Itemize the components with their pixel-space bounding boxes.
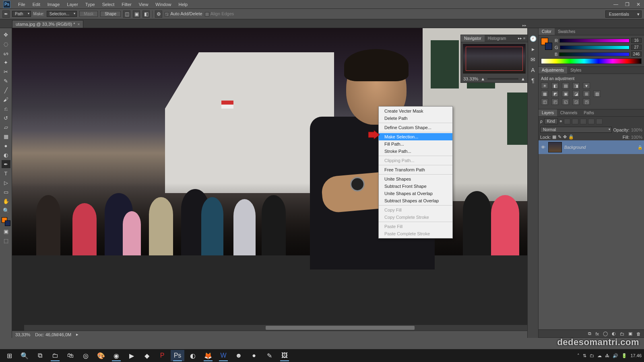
app-6-icon[interactable]: ☻ [232,350,246,361]
zoom-in-icon[interactable]: ▲ [521,76,525,81]
marquee-tool[interactable]: ◌ [2,40,10,48]
clock[interactable]: 17.46 [630,353,642,358]
pathop-3-icon[interactable]: ◧ [142,10,150,18]
shape-tool[interactable]: ▭ [2,188,10,196]
filter-shape-icon[interactable] [588,119,594,124]
fg-bg-swatch[interactable] [541,38,552,50]
ctx-unite-shapes-at-overlap[interactable]: Unite Shapes at Overlap [379,190,452,197]
layer-name[interactable]: Background [564,145,586,150]
new-layer-icon[interactable]: ▣ [628,331,632,336]
photoshop-icon[interactable]: Ps [171,350,184,361]
tab-color[interactable]: Color [539,28,555,35]
tray-icon-6[interactable]: 🔋 [621,353,627,358]
zoom-tool[interactable]: 🔍 [2,206,10,214]
status-arrow-icon[interactable]: ▸ [76,332,78,337]
tray-chevron-icon[interactable]: ˄ [577,353,580,358]
lock-pos-icon[interactable]: ✥ [563,134,567,140]
start-button[interactable]: ⊞ [2,350,16,361]
adjust-icon[interactable]: ◐ [612,331,616,336]
lasso-tool[interactable]: ᔕ [2,49,10,57]
tab-layers[interactable]: Layers [539,109,557,116]
screenmode-tool[interactable]: ⬚ [2,237,10,245]
tab-histogram[interactable]: Histogram [485,35,510,42]
properties-panel-icon[interactable]: ✉ [530,56,535,63]
nav-zoom-value[interactable]: 33.33% [463,76,478,81]
close-button[interactable]: ✕ [633,1,644,8]
link-icon[interactable]: ⧉ [588,331,591,336]
value-B[interactable]: 246 [631,51,642,57]
canvas-area[interactable]: Create Vecter MaskDelete PathDefine Cust… [12,28,527,338]
lock-all-icon[interactable]: 🔒 [568,134,574,140]
gear-icon[interactable]: ⚙ [155,10,162,18]
ctx-subtract-shapes-at-overlap[interactable]: Subtract Shapes at Overlap [379,197,452,204]
menu-view[interactable]: View [135,1,152,8]
chrome-icon[interactable]: ◉ [109,350,123,361]
taskview-button[interactable]: ⧉ [33,350,47,361]
filter-smart-icon[interactable] [596,119,603,124]
restore-button[interactable]: ❐ [621,1,633,8]
tray-icon-3[interactable]: ☁ [597,353,602,358]
stamp-tool[interactable]: ⎌ [2,105,10,113]
lock-pixel-icon[interactable]: ✎ [558,134,561,140]
menu-image[interactable]: Image [44,1,64,8]
tab-channels[interactable]: Channels [557,109,580,116]
gradient-tool[interactable]: ▦ [2,132,10,140]
app-2-icon[interactable]: ▶ [125,350,138,361]
paragraph-panel-icon[interactable]: ¶ [531,77,535,84]
menu-type[interactable]: Type [82,1,99,8]
group-icon[interactable]: 🗀 [620,331,624,336]
autoadd-checkbox[interactable]: Auto Add/Delete [165,11,202,16]
word-icon[interactable]: W [217,350,230,361]
menu-edit[interactable]: Edit [29,1,44,8]
ctx-free-transform-path[interactable]: Free Transform Path [379,166,452,173]
firefox-icon[interactable]: 🦊 [201,350,215,361]
ctx-delete-path[interactable]: Delete Path [379,115,452,122]
menu-layer[interactable]: Layer [63,1,82,8]
healing-tool[interactable]: ╱ [2,86,10,94]
type-tool[interactable]: T [2,169,10,177]
app-3-icon[interactable]: ◆ [140,350,154,361]
photos-icon[interactable]: 🖼 [278,350,291,361]
zoom-slider[interactable] [487,78,518,80]
eraser-tool[interactable]: ▱ [2,123,10,131]
ctx-fill-path[interactable]: Fill Path... [379,140,452,148]
mode-dropdown[interactable]: Path [12,11,31,17]
app-5-icon[interactable]: ◐ [186,350,200,361]
wand-tool[interactable]: ✦ [2,58,10,66]
ctx-make-selection[interactable]: Make Selection... [379,133,452,140]
slider-B[interactable] [559,52,630,56]
align-checkbox[interactable]: Align Edges [205,11,234,16]
actions-panel-icon[interactable]: ▸ [532,46,535,52]
ctx-create-vecter-mask[interactable]: Create Vecter Mask [379,107,452,115]
crop-tool[interactable]: ✂ [2,68,10,76]
tray-icon-2[interactable]: 🗀 [590,353,594,358]
pathop-1-icon[interactable]: ◫ [123,10,130,18]
menu-window[interactable]: Window [152,1,175,8]
tray-icon-1[interactable]: ⇅ [583,353,586,358]
ctx-define-custom-shape[interactable]: Define Custom Shape... [379,124,452,131]
tab-swatches[interactable]: Swatches [555,28,578,35]
visibility-icon[interactable]: 👁 [540,145,546,150]
blend-mode-dropdown[interactable]: Normal [540,127,612,133]
tab-paths[interactable]: Paths [580,109,597,116]
value-R[interactable]: 16 [631,38,642,43]
hand-tool[interactable]: ✋ [2,197,10,205]
kind-dropdown[interactable]: Kind [544,118,558,124]
layer-row[interactable]: 👁 Background 🔒 [539,140,644,154]
app-8-icon[interactable]: ✎ [262,350,276,361]
color-swatch[interactable] [2,217,10,226]
mask-button[interactable]: Mask [79,11,98,17]
character-panel-icon[interactable]: A [531,67,535,73]
blur-tool[interactable]: ● [2,142,10,150]
dodge-tool[interactable]: ◐ [2,151,10,159]
menu-help[interactable]: Help [175,1,191,8]
eyedropper-tool[interactable]: ✎ [2,77,10,85]
panel-collapse-icon[interactable]: ▸▸ [522,23,526,27]
tray-icon-5[interactable]: 🔊 [613,353,618,358]
history-tool[interactable]: ↺ [2,114,10,122]
tab-styles[interactable]: Styles [567,67,584,74]
pen-tool[interactable]: ✒ [2,160,10,168]
search-button[interactable]: 🔍 [18,350,31,361]
navigator-thumbnail[interactable] [463,44,526,74]
color-ramp[interactable] [541,58,642,64]
